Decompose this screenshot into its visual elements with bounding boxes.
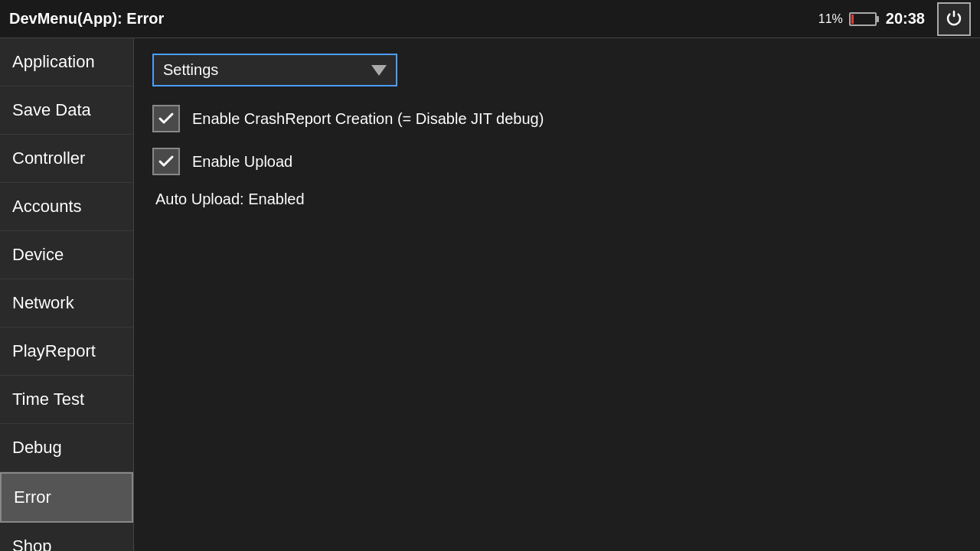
titlebar: DevMenu(App): Error 11% 20:38 bbox=[0, 0, 980, 38]
settings-dropdown[interactable]: Settings bbox=[152, 54, 397, 86]
chevron-down-icon bbox=[371, 65, 387, 76]
clock-display: 20:38 bbox=[886, 10, 925, 28]
main-layout: ApplicationSave DataControllerAccountsDe… bbox=[0, 38, 980, 551]
auto-upload-status: Auto Upload: Enabled bbox=[155, 191, 962, 208]
enable-upload-checkbox[interactable] bbox=[152, 148, 180, 175]
battery-fill bbox=[851, 15, 854, 24]
sidebar-item-network[interactable]: Network bbox=[0, 279, 133, 328]
crashreport-checkbox[interactable] bbox=[152, 105, 180, 132]
titlebar-right: 11% 20:38 bbox=[818, 2, 971, 36]
sidebar-item-controller[interactable]: Controller bbox=[0, 135, 133, 183]
content-area: Settings Enable CrashReport Creation (= … bbox=[134, 38, 980, 551]
dropdown-container: Settings bbox=[152, 54, 962, 86]
crashreport-label: Enable CrashReport Creation (= Disable J… bbox=[192, 110, 544, 128]
sidebar-item-debug[interactable]: Debug bbox=[0, 424, 133, 472]
battery-percent: 11% bbox=[818, 12, 843, 26]
sidebar-item-playreport[interactable]: PlayReport bbox=[0, 328, 133, 376]
sidebar-item-time-test[interactable]: Time Test bbox=[0, 376, 133, 424]
crashreport-checkbox-row[interactable]: Enable CrashReport Creation (= Disable J… bbox=[152, 105, 962, 132]
sidebar-item-save-data[interactable]: Save Data bbox=[0, 86, 133, 135]
sidebar-item-shop[interactable]: Shop bbox=[0, 523, 133, 551]
window-title: DevMenu(App): Error bbox=[9, 10, 164, 28]
sidebar-item-error[interactable]: Error bbox=[0, 472, 133, 523]
sidebar: ApplicationSave DataControllerAccountsDe… bbox=[0, 38, 134, 551]
dropdown-label: Settings bbox=[163, 61, 218, 79]
sidebar-item-application[interactable]: Application bbox=[0, 38, 133, 86]
enable-upload-checkbox-row[interactable]: Enable Upload bbox=[152, 148, 962, 175]
power-button[interactable] bbox=[937, 2, 971, 36]
sidebar-item-accounts[interactable]: Accounts bbox=[0, 183, 133, 231]
enable-upload-label: Enable Upload bbox=[192, 153, 292, 171]
sidebar-item-device[interactable]: Device bbox=[0, 231, 133, 279]
battery-icon bbox=[849, 12, 877, 26]
